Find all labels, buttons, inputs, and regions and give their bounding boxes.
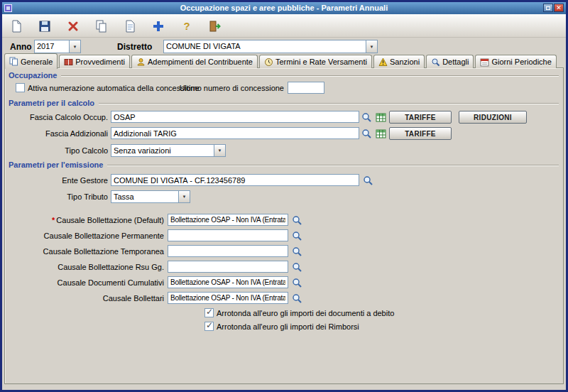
- chevron-down-icon[interactable]: ▼: [178, 191, 190, 202]
- clock-icon: [264, 58, 273, 67]
- tipo-tributo-value: Tassa: [111, 191, 178, 202]
- tab-bar: Generale Provvedimenti Adempimenti del C…: [4, 53, 558, 68]
- causale-temporanea-label: Causale Bollettazione Temporanea: [5, 247, 164, 256]
- pages-icon: [9, 57, 18, 66]
- tipo-calcolo-label: Tipo Calcolo: [5, 146, 108, 156]
- tab-termini-rate[interactable]: Termini e Rate Versamenti: [259, 55, 372, 68]
- tipo-calcolo-select[interactable]: Senza variazioni ▼: [111, 144, 226, 157]
- fascia-calcolo-label: Fascia Calcolo Occup.: [5, 113, 108, 122]
- add-button[interactable]: [147, 16, 170, 36]
- tipo-tributo-label: Tipo Tributo: [5, 192, 108, 202]
- search-icon: [292, 215, 302, 226]
- fascia-addizionali-table-button[interactable]: [374, 127, 387, 140]
- ente-gestore-label: Ente Gestore: [5, 176, 108, 185]
- chevron-down-icon[interactable]: ▼: [214, 145, 225, 156]
- causale-rsu-lookup-button[interactable]: [290, 261, 303, 273]
- new-document-icon: [9, 19, 23, 33]
- fascia-calcolo-table-button[interactable]: [374, 111, 387, 124]
- copy-button[interactable]: [90, 16, 113, 36]
- warning-icon: [378, 58, 388, 67]
- help-icon: ?: [183, 20, 190, 32]
- save-button[interactable]: [33, 16, 56, 36]
- tab-generale[interactable]: Generale: [4, 53, 58, 69]
- help-button[interactable]: ?: [175, 16, 198, 36]
- restore-icon: [546, 6, 550, 10]
- fascia-addizionali-lookup-button[interactable]: [360, 127, 373, 140]
- tab-giorni-periodiche[interactable]: Giorni Periodiche: [475, 55, 556, 68]
- tab-sanzioni[interactable]: Sanzioni: [373, 55, 425, 68]
- copy-icon: [94, 19, 109, 33]
- causale-permanente-input[interactable]: [168, 229, 288, 241]
- tab-provvedimenti[interactable]: Provvedimenti: [59, 55, 130, 68]
- causale-permanente-label: Causale Bollettazione Permanente: [5, 232, 164, 241]
- delete-icon: [66, 19, 80, 33]
- anno-select[interactable]: 2017 ▼: [34, 40, 81, 53]
- tariff-table-icon: [376, 129, 386, 139]
- tab-label: Generale: [21, 58, 53, 66]
- causale-default-lookup-button[interactable]: [290, 214, 303, 227]
- causale-default-input[interactable]: [168, 214, 288, 226]
- tariff-table-icon: [376, 112, 386, 123]
- section-title: Parametri per l'emissione: [9, 160, 103, 169]
- label-text: Causale Bollettazione (Default): [56, 216, 164, 225]
- tariffe-button[interactable]: TARIFFE: [389, 111, 452, 124]
- fascia-addizionali-input[interactable]: [111, 127, 359, 139]
- tab-dettagli[interactable]: Dettagli: [426, 55, 474, 68]
- tariffe-addizionali-button[interactable]: TARIFFE: [389, 127, 452, 140]
- title-bar: Occupazione spazi e aree pubbliche - Par…: [2, 2, 566, 14]
- causale-cumulativi-label: Causale Documenti Cumulativi: [5, 278, 164, 288]
- document-button[interactable]: [119, 16, 141, 36]
- section-occupazione: Occupazione: [9, 71, 559, 80]
- save-icon: [38, 19, 52, 33]
- search-icon: [361, 112, 372, 123]
- fascia-addizionali-label: Fascia Addizionali: [5, 129, 108, 138]
- tab-label: Dettagli: [442, 58, 469, 66]
- tab-panel-generale: Occupazione Attiva numerazione automatic…: [4, 67, 564, 384]
- distretto-value: COMUNE DI VIGATA: [164, 40, 366, 53]
- distretto-select[interactable]: COMUNE DI VIGATA ▼: [163, 40, 378, 53]
- causale-default-label: * Causale Bollettazione (Default): [5, 216, 164, 225]
- search-icon: [361, 129, 372, 139]
- calendar-icon: [480, 58, 489, 67]
- ultimo-numero-label: Ultimo numero di concessione: [172, 84, 284, 93]
- anno-label: Anno: [10, 42, 32, 52]
- fascia-calcolo-lookup-button[interactable]: [360, 111, 373, 124]
- arrotonda-rimborsi-checkbox[interactable]: [204, 322, 214, 331]
- causale-permanente-lookup-button[interactable]: [290, 229, 303, 242]
- ultimo-numero-input[interactable]: [288, 82, 324, 94]
- window-title: Occupazione spazi e aree pubbliche - Par…: [2, 2, 566, 14]
- causale-bollettari-lookup-button[interactable]: [290, 292, 303, 305]
- riduzioni-button[interactable]: RIDUZIONI: [459, 111, 527, 124]
- chevron-down-icon[interactable]: ▼: [366, 40, 377, 53]
- ente-gestore-input[interactable]: [111, 174, 359, 186]
- section-calcolo: Parametri per il calcolo: [9, 99, 559, 107]
- anno-value: 2017: [35, 40, 69, 53]
- tipo-tributo-select[interactable]: Tassa ▼: [111, 190, 190, 203]
- causale-cumulativi-lookup-button[interactable]: [290, 276, 303, 289]
- distretto-label: Distretto: [117, 42, 152, 52]
- causale-temporanea-lookup-button[interactable]: [290, 245, 303, 258]
- tab-label: Provvedimenti: [75, 58, 125, 66]
- arrotonda-debito-checkbox[interactable]: [204, 308, 214, 317]
- exit-button[interactable]: [204, 16, 226, 36]
- new-document-button[interactable]: [5, 16, 28, 36]
- causale-rsu-input[interactable]: [168, 261, 288, 273]
- causale-bollettari-label: Causale Bollettari: [5, 294, 164, 303]
- tab-adempimenti[interactable]: Adempimenti del Contribuente: [131, 55, 258, 68]
- ente-gestore-lookup-button[interactable]: [361, 174, 374, 187]
- chevron-down-icon[interactable]: ▼: [69, 40, 80, 53]
- search-icon: [292, 278, 302, 288]
- person-icon: [136, 58, 146, 67]
- delete-button[interactable]: [62, 16, 84, 36]
- exit-icon: [208, 19, 222, 33]
- attiva-numerazione-checkbox[interactable]: [16, 83, 25, 92]
- causale-cumulativi-input[interactable]: [168, 276, 288, 288]
- section-title: Occupazione: [9, 71, 57, 80]
- section-divider: [99, 103, 559, 104]
- causale-temporanea-input[interactable]: [168, 245, 288, 257]
- causale-bollettari-input[interactable]: [168, 292, 288, 304]
- fascia-calcolo-input[interactable]: [111, 111, 359, 123]
- restore-button[interactable]: [543, 4, 553, 12]
- close-button[interactable]: ✕: [554, 4, 564, 12]
- section-emissione: Parametri per l'emissione: [9, 160, 559, 169]
